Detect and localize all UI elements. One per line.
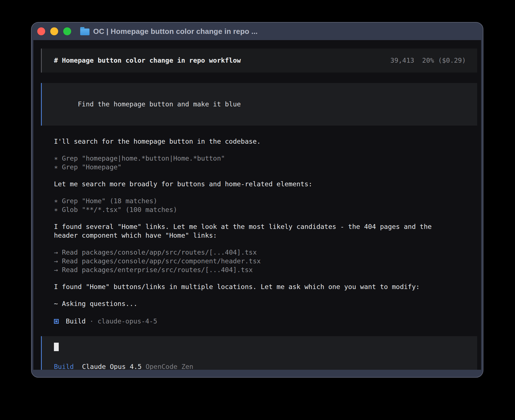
arrow-icon: → (54, 257, 58, 266)
tool-call-group: → Read packages/console/app/src/routes/[… (54, 248, 466, 274)
arrow-icon: → (54, 248, 58, 257)
session-header: # Homepage button color change in repo w… (41, 49, 477, 73)
context-usage: 20% ($0.29) (422, 56, 466, 65)
tool-bullet-icon: ∗ (54, 197, 58, 205)
tool-name: Grep (62, 197, 78, 205)
tool-call-group: ∗ Grep "homepage|home.*button|Home.*butt… (54, 154, 466, 172)
tool-args: "homepage|home.*button|Home.*button" (82, 154, 225, 163)
titlebar-proxy: OC | Homepage button color change in rep… (80, 27, 258, 36)
model-name: claude-opus-4-5 (98, 317, 157, 326)
tool-call-line: → Read packages/console/app/src/componen… (54, 257, 466, 266)
terminal-content: # Homepage button color change in repo w… (33, 40, 481, 370)
tool-bullet-icon: ∗ (54, 205, 58, 214)
close-button[interactable] (37, 27, 45, 35)
tool-name: Glob (62, 205, 78, 214)
arrow-icon: → (54, 266, 58, 274)
tool-call-line: → Read packages/console/app/src/routes/[… (54, 248, 466, 257)
input-footer: Build Claude Opus 4.5 OpenCode Zen (54, 362, 466, 370)
window-title: OC | Homepage button color change in rep… (93, 27, 258, 36)
agent-status-line: Build · claude-opus-4-5 (54, 317, 466, 326)
zoom-button[interactable] (63, 27, 71, 35)
tool-call-line: ∗ Grep "Home" (18 matches) (54, 197, 466, 205)
session-title: # Homepage button color change in repo w… (54, 56, 241, 65)
terminal-window: OC | Homepage button color change in rep… (31, 22, 483, 378)
titlebar: OC | Homepage button color change in rep… (32, 23, 483, 40)
agent-badge-icon (54, 319, 59, 324)
tool-name: Grep (62, 163, 78, 172)
tool-name: Read (62, 248, 78, 257)
assistant-status-text: ~ Asking questions... (54, 299, 448, 308)
session-stats: 39,413 20% ($0.29) (390, 56, 466, 65)
text-cursor (54, 343, 59, 351)
assistant-text: Let me search more broadly for buttons a… (54, 180, 448, 189)
folder-icon (80, 29, 90, 35)
tool-args: "Homepage" (82, 163, 122, 172)
window-controls (37, 27, 71, 35)
tool-bullet-icon: ∗ (54, 163, 58, 172)
prompt-input[interactable]: Build Claude Opus 4.5 OpenCode Zen (41, 336, 477, 370)
tool-call-group: ∗ Grep "Home" (18 matches) ∗ Glob "**/*.… (54, 197, 466, 214)
tool-call-line: ∗ Grep "homepage|home.*button|Home.*butt… (54, 154, 466, 163)
user-message: Find the homepage button and make it blu… (41, 83, 477, 126)
tool-args: packages/console/app/src/routes/[...404]… (82, 248, 257, 257)
assistant-text: I found "Home" buttons/links in multiple… (54, 283, 448, 291)
tool-args: "Home" (18 matches) (82, 197, 158, 205)
model-label: Claude Opus 4.5 (82, 362, 141, 370)
tool-bullet-icon: ∗ (54, 154, 58, 163)
assistant-transcript: I'll search for the homepage button in t… (41, 137, 477, 326)
tool-name: Read (62, 266, 78, 274)
assistant-text: I'll search for the homepage button in t… (54, 137, 448, 146)
tool-args: "**/*.tsx" (100 matches) (82, 205, 177, 214)
tool-args: packages/console/app/src/component/heade… (82, 257, 261, 266)
assistant-text: I found several "Home" links. Let me loo… (54, 222, 448, 240)
tool-call-line: ∗ Glob "**/*.tsx" (100 matches) (54, 205, 466, 214)
provider-label: OpenCode Zen (146, 362, 193, 370)
tool-args: packages/enterprise/src/routes/[...404].… (82, 266, 253, 274)
mode-label: Build (54, 362, 74, 370)
agent-name: Build (66, 317, 86, 326)
minimize-button[interactable] (50, 27, 58, 35)
tool-name: Read (62, 257, 78, 266)
tool-name: Grep (62, 154, 78, 163)
tool-call-line: → Read packages/enterprise/src/routes/[.… (54, 266, 466, 274)
tool-call-line: ∗ Grep "Homepage" (54, 163, 466, 172)
user-message-text: Find the homepage button and make it blu… (78, 100, 241, 108)
token-count: 39,413 (390, 56, 414, 65)
separator-dot: · (90, 317, 93, 326)
